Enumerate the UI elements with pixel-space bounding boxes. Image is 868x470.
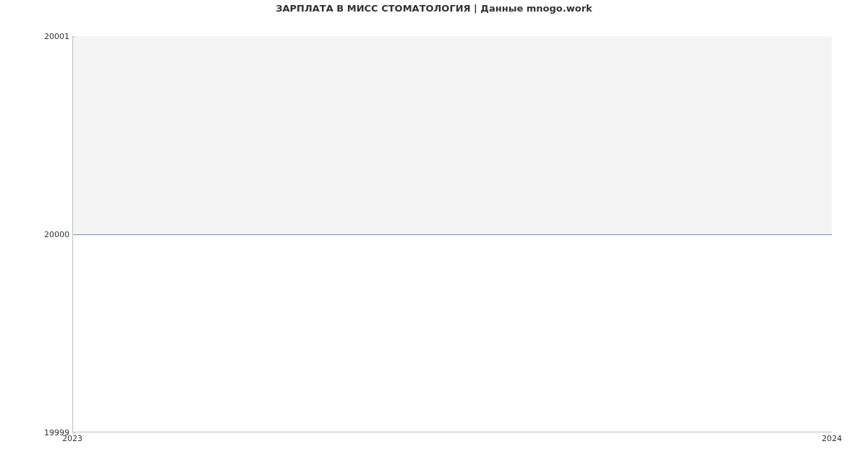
y-tick-mark xyxy=(72,234,75,235)
y-tick-label: 20001 xyxy=(4,32,69,41)
y-tick-label: 19999 xyxy=(4,428,69,437)
series-fill xyxy=(73,36,832,234)
y-tick-text: 20000 xyxy=(44,230,69,239)
plot-area xyxy=(72,36,832,432)
y-tick-text: 20001 xyxy=(44,32,69,41)
chart-title: ЗАРПЛАТА В МИСС СТОМАТОЛОГИЯ | Данные mn… xyxy=(0,3,868,14)
y-tick-mark xyxy=(72,36,75,37)
plot-background-lower xyxy=(73,234,832,432)
x-tick-label: 2023 xyxy=(62,434,82,443)
y-tick-mark xyxy=(72,432,75,433)
series-line xyxy=(73,234,832,235)
y-tick-label: 20000 xyxy=(4,230,69,239)
x-tick-label: 2024 xyxy=(822,434,842,443)
chart-container: ЗАРПЛАТА В МИСС СТОМАТОЛОГИЯ | Данные mn… xyxy=(0,0,868,470)
